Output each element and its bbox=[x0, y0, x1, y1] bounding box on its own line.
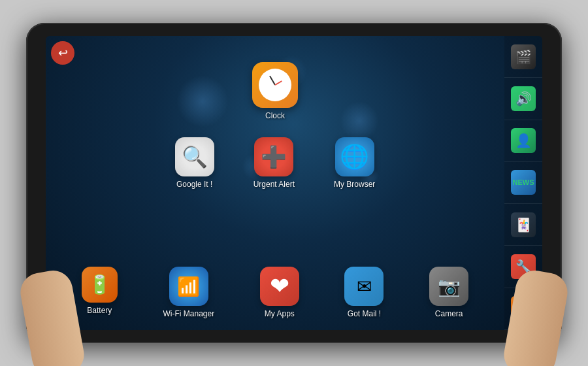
google-icon: 🔍 bbox=[175, 137, 214, 176]
sound-icon: 🔊 bbox=[511, 86, 536, 111]
row-3: 🔋 Battery 📶 Wi-Fi Manager ❤ bbox=[46, 267, 504, 318]
row-2: 🔍 Google It ! ➕ Urgent Alert 🌐 bbox=[46, 137, 504, 189]
sidebar-item-contacts[interactable]: 👤 bbox=[504, 120, 542, 162]
myapps-label: My Apps bbox=[265, 309, 295, 318]
tablet-body: 🎬 🔊 👤 NEWS 🃏 🔧 🏠 bbox=[26, 23, 562, 343]
contacts-icon: 👤 bbox=[511, 128, 536, 153]
google-label: Google It ! bbox=[176, 180, 212, 189]
mail-icon: ✉ bbox=[344, 267, 384, 306]
heart-icon: ❤ bbox=[270, 273, 289, 300]
globe-icon: 🌐 bbox=[340, 143, 369, 171]
tablet-wrapper: 🎬 🔊 👤 NEWS 🃏 🔧 🏠 bbox=[13, 10, 575, 356]
app-google[interactable]: 🔍 Google It ! bbox=[175, 137, 214, 189]
row-1: Clock bbox=[46, 62, 504, 120]
battery-label: Battery bbox=[87, 306, 112, 315]
app-mail[interactable]: ✉ Got Mail ! bbox=[344, 267, 384, 318]
wifi-symbol: 📶 bbox=[177, 276, 200, 297]
app-browser[interactable]: 🌐 My Browser bbox=[334, 137, 375, 189]
browser-label: My Browser bbox=[334, 180, 375, 189]
myapps-icon: ❤ bbox=[260, 267, 299, 306]
news-icon: NEWS bbox=[511, 170, 536, 195]
urgent-icon: ➕ bbox=[254, 137, 293, 176]
apps-area: Clock 🔍 Google It ! ➕ U bbox=[46, 36, 504, 330]
camera-symbol: 📷 bbox=[438, 276, 461, 297]
app-clock[interactable]: Clock bbox=[252, 62, 298, 120]
screen: 🎬 🔊 👤 NEWS 🃏 🔧 🏠 bbox=[46, 36, 542, 330]
cards-icon: 🃏 bbox=[511, 212, 536, 237]
magnifier-icon: 🔍 bbox=[182, 144, 208, 169]
mail-symbol: ✉ bbox=[357, 276, 372, 297]
alert-icon: ➕ bbox=[261, 144, 287, 169]
camera-icon: 📷 bbox=[429, 267, 468, 306]
clock-face bbox=[259, 69, 291, 101]
sidebar-item-cards[interactable]: 🃏 bbox=[504, 204, 542, 246]
app-urgent[interactable]: ➕ Urgent Alert bbox=[253, 137, 295, 189]
back-button[interactable] bbox=[51, 41, 74, 65]
clock-label: Clock bbox=[265, 111, 285, 120]
sidebar-item-film[interactable]: 🎬 bbox=[504, 36, 542, 78]
battery-symbol: 🔋 bbox=[88, 274, 111, 295]
clock-icon bbox=[252, 62, 298, 108]
mail-label: Got Mail ! bbox=[348, 309, 381, 318]
app-battery[interactable]: 🔋 Battery bbox=[82, 267, 118, 318]
film-icon: 🎬 bbox=[511, 44, 536, 69]
sidebar-item-sound[interactable]: 🔊 bbox=[504, 78, 542, 120]
app-camera[interactable]: 📷 Camera bbox=[429, 267, 468, 318]
app-wifi[interactable]: 📶 Wi-Fi Manager bbox=[163, 267, 214, 318]
camera-label: Camera bbox=[435, 309, 463, 318]
wifi-icon: 📶 bbox=[169, 267, 208, 306]
sidebar-item-news[interactable]: NEWS bbox=[504, 162, 542, 204]
battery-icon: 🔋 bbox=[82, 267, 118, 303]
app-myapps[interactable]: ❤ My Apps bbox=[260, 267, 299, 318]
wifi-label: Wi-Fi Manager bbox=[163, 309, 214, 318]
urgent-label: Urgent Alert bbox=[253, 180, 295, 189]
browser-icon: 🌐 bbox=[335, 137, 374, 176]
